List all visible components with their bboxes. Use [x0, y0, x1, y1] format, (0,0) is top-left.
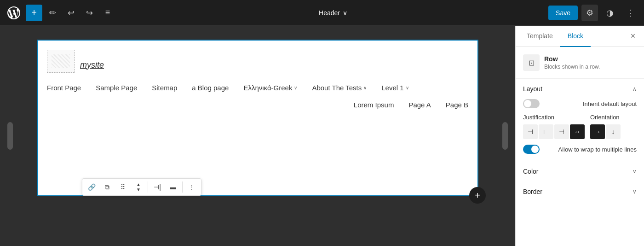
inherit-layout-row: Inherit default layout	[523, 99, 637, 108]
border-section-header[interactable]: Border ∨	[516, 182, 644, 202]
editor-frame: mysite Front Page Sample Page Sitemap a …	[37, 40, 478, 196]
wrap-label: Allow to wrap to multiple lines	[558, 146, 637, 153]
justification-label: Justification	[523, 114, 585, 121]
move-up-icon: ▲	[136, 182, 141, 187]
nav-blog-page[interactable]: a Blog page	[192, 84, 229, 92]
color-chevron: ∨	[632, 168, 637, 175]
tab-template[interactable]: Template	[519, 26, 560, 47]
about-dropdown-arrow: ∨	[363, 85, 367, 90]
orientation-buttons: → ↓	[590, 124, 637, 139]
block-move-updown[interactable]: ▲ ▼	[131, 180, 146, 194]
row-block-icon: ⊡	[523, 54, 540, 71]
justification-buttons: ⊣ ⊢ ⊣ ↔	[523, 124, 585, 139]
layout-controls: Inherit default layout Justification ⊣ ⊢…	[516, 99, 644, 161]
block-duplicate-button[interactable]: ⧉	[100, 180, 115, 194]
toolbar-divider	[148, 182, 148, 193]
nav-sitemap[interactable]: Sitemap	[152, 84, 177, 92]
panel-tabs: Template Block ×	[516, 26, 644, 47]
orientation-group: Orientation → ↓	[590, 114, 637, 139]
toolbar-right: Save ⚙ ◑ ⋮	[548, 5, 638, 21]
orient-vertical-button[interactable]: ↓	[606, 124, 621, 139]
toolbar-divider-2	[182, 182, 183, 193]
wrap-row: Allow to wrap to multiple lines	[523, 145, 637, 154]
justification-group: Justification ⊣ ⊢ ⊣ ↔	[523, 114, 585, 139]
top-toolbar: + ✏ ↩ ↪ ≡ Header ∨ Save ⚙ ◑ ⋮	[0, 0, 644, 26]
toolbar-center: Header ∨	[118, 9, 548, 17]
nav-menu-row2: Lorem Ipsum Page A Page B	[47, 97, 468, 112]
block-drag-handle[interactable]: ⠿	[115, 180, 130, 194]
nav-front-page[interactable]: Front Page	[47, 84, 81, 92]
wrap-toggle[interactable]	[523, 145, 540, 154]
right-panel: Template Block × ⊡ Row Blocks shown in a…	[515, 26, 644, 246]
scroll-handle-right[interactable]	[502, 122, 508, 150]
main-layout: mysite Front Page Sample Page Sitemap a …	[0, 0, 644, 246]
layout-title: Layout	[523, 85, 542, 93]
redo-button[interactable]: ↪	[81, 5, 98, 21]
block-link-button[interactable]: 🔗	[84, 180, 99, 194]
justify-orient-row: Justification ⊣ ⊢ ⊣ ↔ Orientation → ↓	[523, 114, 637, 139]
block-more-options-button[interactable]: ⋮	[184, 180, 199, 194]
block-name: Row	[544, 55, 600, 63]
tab-block[interactable]: Block	[560, 26, 591, 47]
nav-lorem-ipsum[interactable]: Lorem Ipsum	[354, 101, 394, 109]
inherit-layout-label: Inherit default layout	[583, 100, 637, 107]
more-options-button[interactable]: ⋮	[622, 5, 638, 21]
document-title[interactable]: Header ∨	[319, 9, 347, 17]
add-block-toolbar-button[interactable]: +	[26, 5, 42, 21]
logo-image	[52, 54, 70, 68]
block-info-text: Row Blocks shown in a row.	[544, 55, 600, 70]
title-dropdown-arrow: ∨	[343, 9, 347, 17]
border-chevron: ∨	[632, 188, 637, 195]
wp-logo[interactable]	[6, 5, 22, 21]
orientation-label: Orientation	[590, 114, 637, 121]
color-title: Color	[523, 168, 538, 175]
nav-sample-page[interactable]: Sample Page	[96, 84, 137, 92]
nav-about-tests[interactable]: About The Tests ∨	[312, 84, 367, 92]
nav-menu: Front Page Sample Page Sitemap a Blog pa…	[47, 80, 468, 95]
nav-level1[interactable]: Level 1 ∨	[381, 84, 408, 92]
level1-dropdown-arrow: ∨	[406, 85, 409, 90]
block-desc: Blocks shown in a row.	[544, 64, 600, 70]
layout-section-header[interactable]: Layout ∧	[516, 79, 644, 99]
save-button[interactable]: Save	[548, 6, 578, 20]
nav-page-b[interactable]: Page B	[446, 101, 468, 109]
inherit-layout-toggle[interactable]	[523, 99, 540, 108]
row-icon-symbol: ⊡	[529, 59, 535, 67]
scroll-handle-left[interactable]	[7, 122, 13, 150]
align-left-button[interactable]: ⊣	[523, 124, 538, 139]
settings-button[interactable]: ⚙	[581, 5, 598, 21]
block-info-header: ⊡ Row Blocks shown in a row.	[516, 47, 644, 79]
greek-dropdown-arrow: ∨	[294, 85, 297, 90]
block-center-button[interactable]: ▬	[166, 180, 180, 194]
align-center-button[interactable]: ⊢	[539, 124, 553, 139]
move-down-icon: ▼	[136, 187, 141, 192]
layout-chevron: ∧	[632, 86, 637, 92]
color-section-header[interactable]: Color ∨	[516, 161, 644, 182]
border-title: Border	[523, 188, 542, 195]
nav-page-a[interactable]: Page A	[408, 101, 431, 109]
document-title-text: Header	[319, 9, 340, 17]
nav-greek[interactable]: Ελληνικά-Greek ∨	[243, 84, 297, 92]
block-align-button[interactable]: ⊣|	[150, 180, 165, 194]
undo-button[interactable]: ↩	[63, 5, 79, 21]
canvas-area: mysite Front Page Sample Page Sitemap a …	[0, 26, 515, 246]
wp-logo-svg	[7, 6, 20, 19]
block-toolbar: 🔗 ⧉ ⠿ ▲ ▼ ⊣| ▬ ⋮	[82, 178, 201, 196]
align-space-button[interactable]: ↔	[570, 124, 585, 139]
edit-button[interactable]: ✏	[44, 5, 61, 21]
orient-horizontal-button[interactable]: →	[590, 124, 605, 139]
header-logo-row: mysite	[47, 50, 468, 80]
panel-close-button[interactable]: ×	[626, 29, 640, 44]
site-title[interactable]: mysite	[80, 60, 104, 70]
layout-section: Layout ∧ Inherit default layout Justific…	[516, 79, 644, 161]
add-block-button[interactable]: +	[469, 187, 486, 204]
list-view-button[interactable]: ≡	[99, 5, 116, 21]
theme-toggle-button[interactable]: ◑	[602, 5, 618, 21]
align-right-button[interactable]: ⊣	[554, 124, 569, 139]
site-logo[interactable]	[47, 50, 75, 73]
